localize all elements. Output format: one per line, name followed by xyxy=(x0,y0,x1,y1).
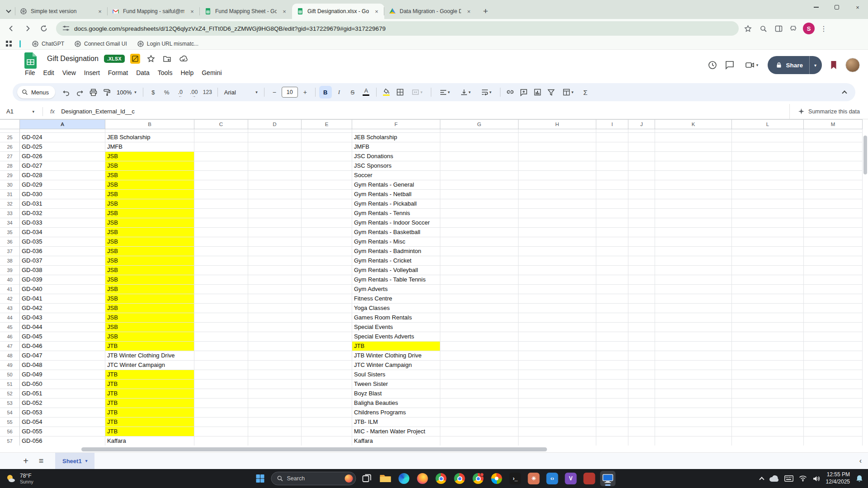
cell-L43[interactable] xyxy=(732,304,804,313)
taskbar-red-app-icon[interactable] xyxy=(582,471,597,486)
apps-grid-icon[interactable] xyxy=(5,40,12,47)
cell-C54[interactable] xyxy=(194,408,248,418)
cell-B46[interactable]: JSB xyxy=(105,332,194,342)
cell-H47[interactable] xyxy=(519,342,596,351)
cell-C56[interactable] xyxy=(194,427,248,436)
cell-B47[interactable]: JTB xyxy=(105,342,194,351)
cell-L28[interactable] xyxy=(732,161,804,171)
cell-C37[interactable] xyxy=(194,247,248,256)
cell-A41[interactable]: GD-040 xyxy=(20,285,105,294)
cell-J46[interactable] xyxy=(628,332,655,342)
row-header-25[interactable]: 25 xyxy=(0,133,20,142)
cell-L33[interactable] xyxy=(732,209,804,218)
cell-H32[interactable] xyxy=(519,199,596,209)
italic-button[interactable]: I xyxy=(333,86,345,99)
scrollbar-thumb[interactable] xyxy=(81,447,547,451)
column-header-K[interactable]: K xyxy=(655,119,732,129)
cell[interactable] xyxy=(440,129,519,133)
cell-D32[interactable] xyxy=(248,199,302,209)
extensions-puzzle-icon[interactable] xyxy=(788,22,800,35)
cell-D27[interactable] xyxy=(248,152,302,161)
cell-L38[interactable] xyxy=(732,256,804,266)
cell-D45[interactable] xyxy=(248,323,302,332)
cell-L50[interactable] xyxy=(732,370,804,380)
cell-K46[interactable] xyxy=(655,332,732,342)
cell-G46[interactable] xyxy=(440,332,519,342)
cell-A43[interactable]: GD-042 xyxy=(20,304,105,313)
cell-J40[interactable] xyxy=(628,275,655,285)
cell-L51[interactable] xyxy=(732,380,804,389)
taskbar-remote-desktop-icon[interactable] xyxy=(600,471,616,486)
cell-I49[interactable] xyxy=(596,361,628,370)
cell-K42[interactable] xyxy=(655,294,732,304)
cell-C30[interactable] xyxy=(194,180,248,190)
cell-G35[interactable] xyxy=(440,228,519,237)
cell-L30[interactable] xyxy=(732,180,804,190)
cell-F42[interactable]: Fitness Centre xyxy=(352,294,440,304)
cell-A38[interactable]: GD-037 xyxy=(20,256,105,266)
cell-K57[interactable] xyxy=(655,436,732,446)
decrease-decimal-button[interactable]: .0← xyxy=(174,86,187,99)
menu-format[interactable]: Format xyxy=(104,68,132,78)
column-header-E[interactable]: E xyxy=(302,119,352,129)
cell-J56[interactable] xyxy=(628,427,655,436)
cell-F28[interactable]: JSC Sponsors xyxy=(352,161,440,171)
cell-F54[interactable]: Childrens Programs xyxy=(352,408,440,418)
cell-B48[interactable]: JTB Winter Clothing Drive xyxy=(105,351,194,361)
cell-M36[interactable] xyxy=(804,237,863,247)
cell-E25[interactable] xyxy=(302,133,352,142)
cell-I36[interactable] xyxy=(596,237,628,247)
cell-I48[interactable] xyxy=(596,351,628,361)
menu-file[interactable]: File xyxy=(21,68,39,78)
cell-L57[interactable] xyxy=(732,436,804,446)
meet-video-icon[interactable]: ▾ xyxy=(741,60,761,70)
cell-F45[interactable]: Special Events xyxy=(352,323,440,332)
menu-data[interactable]: Data xyxy=(132,68,154,78)
cell-K35[interactable] xyxy=(655,228,732,237)
cell-L27[interactable] xyxy=(732,152,804,161)
cell-D36[interactable] xyxy=(248,237,302,247)
cell-J37[interactable] xyxy=(628,247,655,256)
cell-J39[interactable] xyxy=(628,266,655,275)
cell-I47[interactable] xyxy=(596,342,628,351)
cell-C47[interactable] xyxy=(194,342,248,351)
tab-search-button[interactable] xyxy=(2,4,15,19)
cell-F55[interactable]: JTB- ILM xyxy=(352,418,440,427)
cell-M38[interactable] xyxy=(804,256,863,266)
cell-M57[interactable] xyxy=(804,436,863,446)
cell-A57[interactable]: GD-056 xyxy=(20,436,105,446)
formula-input[interactable]: Designation_External_Id__c xyxy=(61,108,135,115)
cell-M47[interactable] xyxy=(804,342,863,351)
start-button[interactable] xyxy=(253,471,268,486)
cell-M49[interactable] xyxy=(804,361,863,370)
cell-E47[interactable] xyxy=(302,342,352,351)
cell-K55[interactable] xyxy=(655,418,732,427)
cell-G48[interactable] xyxy=(440,351,519,361)
cell-A44[interactable]: GD-043 xyxy=(20,313,105,323)
cell-M55[interactable] xyxy=(804,418,863,427)
cell-A47[interactable]: GD-046 xyxy=(20,342,105,351)
format-percent-button[interactable]: % xyxy=(160,86,173,99)
text-color-button[interactable]: A xyxy=(360,86,373,99)
bookmark-item[interactable]: Login URL mismatc... xyxy=(133,40,202,47)
cell-D35[interactable] xyxy=(248,228,302,237)
cell-F40[interactable]: Gym Rentals - Table Tennis xyxy=(352,275,440,285)
touch-keyboard-icon[interactable] xyxy=(784,475,793,482)
cell-E50[interactable] xyxy=(302,370,352,380)
cell-E33[interactable] xyxy=(302,209,352,218)
row-header-39[interactable]: 39 xyxy=(0,266,20,275)
cell-D40[interactable] xyxy=(248,275,302,285)
cell-M48[interactable] xyxy=(804,351,863,361)
google-sheets-logo[interactable] xyxy=(24,52,37,69)
format-currency-button[interactable]: $ xyxy=(147,86,160,99)
cell-A32[interactable]: GD-031 xyxy=(20,199,105,209)
cell-L49[interactable] xyxy=(732,361,804,370)
cell-L39[interactable] xyxy=(732,266,804,275)
taskbar-visual-studio-icon[interactable]: V xyxy=(563,471,579,486)
cell-F43[interactable]: Yoga Classes xyxy=(352,304,440,313)
cell-C43[interactable] xyxy=(194,304,248,313)
cell-I57[interactable] xyxy=(596,436,628,446)
cell-A39[interactable]: GD-038 xyxy=(20,266,105,275)
column-header-D[interactable]: D xyxy=(248,119,302,129)
cell-M34[interactable] xyxy=(804,218,863,228)
